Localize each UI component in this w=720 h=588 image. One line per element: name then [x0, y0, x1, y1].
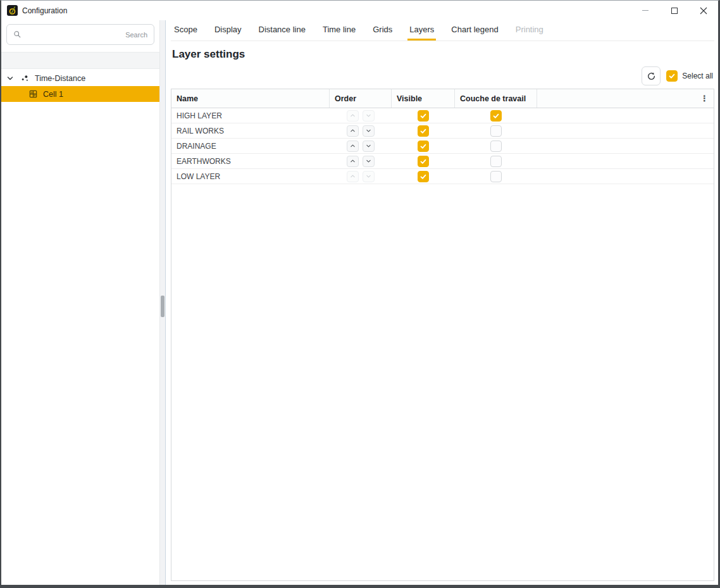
- check-icon: [419, 112, 427, 120]
- search-icon: [13, 30, 22, 39]
- visible-cell: [392, 123, 455, 138]
- layer-name: LOW LAYER: [171, 169, 330, 184]
- row-filler: [537, 139, 714, 153]
- column-header-visible[interactable]: Visible: [392, 89, 455, 108]
- column-header-name[interactable]: Name: [171, 89, 330, 108]
- visible-cell: [392, 108, 455, 123]
- table-body: HIGH LAYERRAIL WORKSDRAINAGEEARTHWORKSLO…: [171, 108, 714, 184]
- layer-table: Name Order Visible Couche de travail ⋮ H…: [171, 89, 714, 581]
- couche-cell: [455, 123, 537, 138]
- select-all-checkbox-box[interactable]: [666, 70, 678, 82]
- order-cell: [330, 154, 392, 168]
- close-button[interactable]: [689, 1, 718, 20]
- column-options-icon[interactable]: ⋮: [700, 94, 709, 103]
- order-cell: [330, 169, 392, 184]
- minimize-button[interactable]: [631, 1, 660, 20]
- tab-scope[interactable]: Scope: [172, 20, 199, 41]
- table-row: HIGH LAYER: [171, 108, 714, 123]
- table-header: Name Order Visible Couche de travail ⋮: [171, 89, 714, 108]
- tree-item-label: Time-Distance: [35, 74, 85, 83]
- minimize-icon: [642, 10, 649, 11]
- app-body: Time-Distance Cell 1: [1, 20, 718, 585]
- check-icon: [419, 127, 427, 135]
- table-row: LOW LAYER: [171, 169, 714, 184]
- visible-cell: [392, 139, 455, 153]
- order-down-button[interactable]: [363, 156, 375, 167]
- navigation-tree: Time-Distance Cell 1: [1, 70, 159, 102]
- tab-distance-line[interactable]: Distance line: [257, 20, 307, 41]
- search-input[interactable]: [22, 31, 147, 39]
- select-all-checkbox[interactable]: Select all: [666, 70, 713, 82]
- cell-grid-icon: [29, 90, 38, 98]
- layer-name: DRAINAGE: [171, 139, 330, 153]
- refresh-button[interactable]: [642, 66, 661, 85]
- chevron-down-icon: [366, 158, 371, 164]
- column-header-filler: ⋮: [537, 89, 714, 108]
- tree-item-time-distance[interactable]: Time-Distance: [1, 70, 159, 86]
- maximize-icon: [671, 8, 678, 14]
- tree-item-cell-1[interactable]: Cell 1: [1, 86, 159, 102]
- check-icon: [419, 142, 427, 150]
- row-filler: [537, 123, 714, 138]
- visible-checkbox[interactable]: [418, 156, 429, 167]
- visible-checkbox[interactable]: [418, 171, 429, 182]
- tab-chart-legend[interactable]: Chart legend: [449, 20, 500, 41]
- visible-checkbox[interactable]: [418, 125, 429, 137]
- table-row: RAIL WORKS: [171, 123, 714, 139]
- page-title: Layer settings: [172, 48, 714, 61]
- refresh-icon: [647, 72, 656, 81]
- order-down-button: [363, 171, 375, 182]
- main-panel: Scope Display Distance line Time line Gr…: [166, 20, 718, 585]
- row-filler: [537, 154, 714, 168]
- chevron-up-icon: [350, 173, 356, 179]
- layer-name: EARTHWORKS: [171, 154, 330, 168]
- couche-cell: [455, 139, 537, 153]
- time-distance-icon: [21, 74, 30, 82]
- table-toolbar: Select all: [171, 66, 713, 85]
- chevron-down-icon: [366, 143, 371, 149]
- search-box[interactable]: [6, 24, 154, 45]
- couche-checkbox[interactable]: [490, 125, 502, 137]
- tab-grids[interactable]: Grids: [371, 20, 394, 41]
- column-header-order[interactable]: Order: [330, 89, 392, 108]
- visible-checkbox[interactable]: [418, 110, 429, 122]
- configuration-window: Configuration: [0, 0, 720, 588]
- title-bar: Configuration: [1, 1, 718, 20]
- order-up-button[interactable]: [347, 156, 359, 167]
- order-up-button[interactable]: [347, 125, 359, 137]
- order-cell: [330, 123, 392, 138]
- order-down-button: [363, 110, 375, 122]
- visible-checkbox[interactable]: [418, 141, 429, 152]
- layer-name: HIGH LAYER: [171, 108, 330, 123]
- order-down-button[interactable]: [363, 141, 375, 152]
- couche-checkbox[interactable]: [490, 141, 502, 152]
- column-header-couche[interactable]: Couche de travail: [455, 89, 537, 108]
- sidebar-splitter[interactable]: [159, 20, 166, 585]
- couche-checkbox[interactable]: [490, 110, 502, 122]
- order-up-button[interactable]: [347, 141, 359, 152]
- table-row: EARTHWORKS: [171, 154, 714, 169]
- tab-bar: Scope Display Distance line Time line Gr…: [171, 20, 714, 41]
- check-icon: [419, 158, 427, 165]
- select-all-label: Select all: [682, 72, 713, 80]
- maximize-button[interactable]: [660, 1, 689, 20]
- tab-time-line[interactable]: Time line: [321, 20, 357, 41]
- order-down-button[interactable]: [363, 125, 375, 137]
- tab-layers[interactable]: Layers: [407, 20, 436, 41]
- layer-name: RAIL WORKS: [171, 123, 330, 138]
- tab-display[interactable]: Display: [213, 20, 244, 41]
- couche-cell: [455, 154, 537, 168]
- chevron-up-icon: [350, 113, 356, 118]
- chevron-down-icon[interactable]: [6, 75, 15, 82]
- sidebar-toolbar-band: [1, 52, 159, 69]
- row-filler: [537, 108, 714, 123]
- window-controls: [631, 1, 718, 20]
- couche-checkbox[interactable]: [490, 171, 502, 182]
- splitter-handle[interactable]: [161, 296, 164, 317]
- couche-cell: [455, 169, 537, 184]
- check-icon: [419, 173, 427, 180]
- row-filler: [537, 169, 714, 184]
- couche-checkbox[interactable]: [490, 156, 502, 167]
- tab-printing: Printing: [514, 20, 545, 41]
- chevron-down-icon: [366, 113, 371, 118]
